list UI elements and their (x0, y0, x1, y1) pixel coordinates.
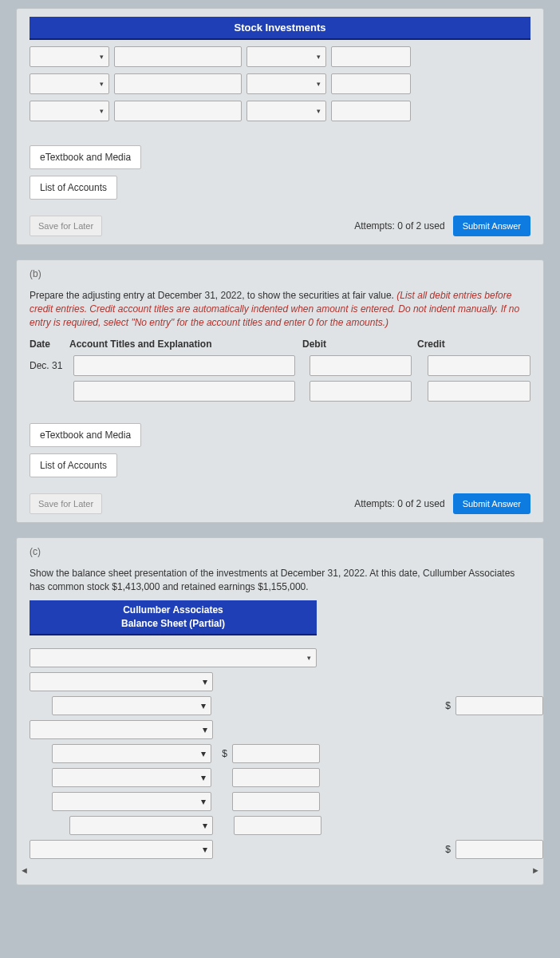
part-c-label: (c) (17, 538, 543, 562)
chevron-down-icon: ▾ (201, 796, 206, 807)
chevron-down-icon: ▾ (100, 107, 104, 115)
currency-symbol: $ (216, 748, 227, 759)
account-title-input[interactable] (73, 381, 294, 402)
bs-company-name: Cullumber Associates (30, 604, 317, 617)
journal-row (17, 378, 543, 404)
bs-amount-input[interactable] (232, 768, 320, 787)
bs-line-select[interactable]: ▾ (52, 792, 211, 811)
account-title-input[interactable] (73, 355, 294, 376)
col-credit-header: Credit (417, 338, 521, 350)
bs-amount-input[interactable] (455, 840, 543, 859)
subselect[interactable]: ▾ (246, 46, 326, 67)
subselect[interactable]: ▾ (246, 101, 326, 121)
section-a-panel: Stock Investments ▾ ▾ ▾ ▾ ▾ ▾ eTextbook … (16, 8, 544, 245)
scroll-left-icon[interactable]: ◄ (20, 865, 29, 875)
date-select[interactable]: ▾ (30, 73, 109, 94)
chevron-down-icon: ▾ (203, 724, 207, 735)
etextbook-button[interactable]: eTextbook and Media (30, 145, 141, 169)
chevron-down-icon: ▾ (100, 80, 104, 88)
etextbook-button[interactable]: eTextbook and Media (30, 423, 141, 447)
account-input[interactable] (114, 46, 242, 67)
bs-section-select[interactable]: ▾ (30, 672, 213, 691)
bs-amount-input[interactable] (234, 816, 321, 835)
date-select[interactable]: ▾ (30, 46, 109, 67)
save-for-later-button[interactable]: Save for Later (30, 493, 102, 514)
account-input[interactable] (114, 73, 242, 94)
bs-amount-input[interactable] (455, 696, 543, 715)
bs-section-select[interactable]: ▾ (30, 720, 213, 739)
bs-amount-input[interactable] (232, 744, 320, 763)
subselect[interactable]: ▾ (246, 73, 326, 94)
submit-answer-button[interactable]: Submit Answer (453, 216, 530, 236)
debit-input[interactable] (310, 381, 412, 402)
bs-line-select[interactable]: ▾ (52, 744, 211, 763)
bs-line-select[interactable]: ▾ (69, 816, 213, 835)
chevron-down-icon: ▾ (317, 53, 321, 61)
credit-input[interactable] (428, 381, 530, 402)
chevron-down-icon: ▾ (203, 676, 207, 687)
part-b-label: (b) (17, 260, 543, 284)
date-select[interactable]: ▾ (30, 101, 109, 121)
balance-sheet-header: Cullumber Associates Balance Sheet (Part… (30, 600, 317, 635)
journal-header-row: Date Account Titles and Explanation Debi… (17, 335, 543, 353)
chevron-down-icon: ▾ (203, 844, 207, 855)
chevron-down-icon: ▾ (100, 53, 104, 61)
bs-amount-input[interactable] (232, 792, 320, 811)
currency-symbol: $ (440, 844, 451, 855)
chevron-down-icon: ▾ (203, 820, 207, 831)
chevron-down-icon: ▾ (317, 80, 321, 88)
journal-date: Dec. 31 (30, 360, 69, 371)
amount-input[interactable] (331, 46, 411, 67)
journal-row: Dec. 31 (17, 353, 543, 378)
credit-input[interactable] (428, 355, 530, 376)
amount-input[interactable] (331, 101, 411, 121)
chevron-down-icon: ▾ (317, 107, 321, 115)
col-acct-header: Account Titles and Explanation (69, 338, 293, 350)
stock-investments-header: Stock Investments (30, 17, 530, 40)
submit-answer-button[interactable]: Submit Answer (453, 493, 530, 514)
currency-symbol: $ (440, 700, 451, 711)
bs-title: Balance Sheet (Partial) (30, 617, 317, 631)
chevron-down-icon: ▾ (201, 700, 206, 711)
bs-date-select[interactable]: ▾ (30, 648, 317, 667)
list-of-accounts-button[interactable]: List of Accounts (30, 453, 117, 477)
scroll-right-icon[interactable]: ► (531, 865, 540, 875)
bs-line-select[interactable]: ▾ (52, 696, 211, 715)
bs-line-select[interactable]: ▾ (52, 768, 211, 787)
part-c-instruction: Show the balance sheet presentation of t… (17, 562, 543, 600)
amount-input[interactable] (331, 73, 411, 94)
account-input[interactable] (114, 101, 242, 121)
chevron-down-icon: ▾ (201, 748, 206, 759)
section-c-panel: (c) Show the balance sheet presentation … (16, 537, 544, 885)
debit-input[interactable] (310, 355, 412, 376)
list-of-accounts-button[interactable]: List of Accounts (30, 176, 117, 200)
attempts-label: Attempts: 0 of 2 used (354, 498, 444, 509)
journal-grid-a: Stock Investments ▾ ▾ ▾ ▾ ▾ ▾ (17, 9, 543, 133)
part-b-instruction: Prepare the adjusting entry at December … (17, 284, 543, 335)
col-debit-header: Debit (302, 338, 406, 350)
col-date-header: Date (30, 338, 69, 350)
save-for-later-button[interactable]: Save for Later (30, 216, 102, 236)
bs-section-select[interactable]: ▾ (30, 840, 213, 859)
chevron-down-icon: ▾ (307, 654, 311, 662)
attempts-label: Attempts: 0 of 2 used (354, 220, 444, 232)
chevron-down-icon: ▾ (201, 772, 206, 783)
section-b-panel: (b) Prepare the adjusting entry at Decem… (16, 259, 544, 523)
balance-sheet-block: Cullumber Associates Balance Sheet (Part… (30, 600, 530, 635)
